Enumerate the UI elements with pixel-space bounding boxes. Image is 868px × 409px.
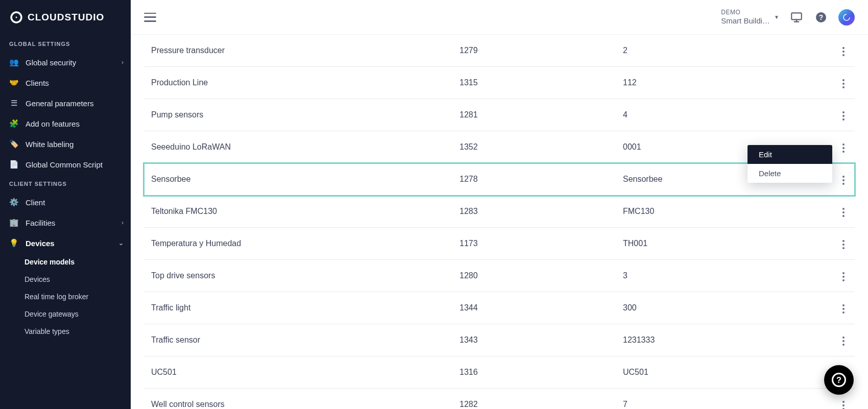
sidebar-item-general-parameters[interactable]: ☰ General parameters <box>0 93 131 113</box>
sidebar-item-clients[interactable]: 🤝 Clients <box>0 73 131 93</box>
cell-name: Top drive sensors <box>151 271 460 280</box>
caret-down-icon: ▼ <box>774 14 779 20</box>
help-icon: ? <box>815 11 827 23</box>
table-row[interactable]: Traffic sensor13431231333 <box>144 324 855 356</box>
sidebar-sub-variable-types[interactable]: Variable types <box>0 323 131 340</box>
help-fab[interactable]: ? <box>824 365 854 395</box>
sidebar: CLOUDSTUDIO GLOBAL SETTINGS 👥 Global sec… <box>0 0 131 409</box>
sidebar-sub-log-broker[interactable]: Real time log broker <box>0 288 131 305</box>
table-row[interactable]: Well control sensors12827 <box>144 389 855 409</box>
cell-actions <box>817 106 848 124</box>
sidebar-sub-devices[interactable]: Devices <box>0 271 131 288</box>
gear-icon: ⚙️ <box>9 198 18 207</box>
brand-logo[interactable]: CLOUDSTUDIO <box>0 0 131 35</box>
cell-actions <box>817 74 848 91</box>
row-actions-kebab[interactable] <box>839 173 848 188</box>
swirl-icon <box>842 13 851 22</box>
table-row[interactable]: Top drive sensors12803 <box>144 260 855 292</box>
script-icon: 📄 <box>9 160 18 169</box>
sidebar-item-addon-features[interactable]: 🧩 Add on features <box>0 113 131 134</box>
table-row[interactable]: Teltonika FMC1301283FMC130 <box>144 196 855 228</box>
cell-name: Temperatura y Humedad <box>151 239 460 248</box>
sidebar-item-label: General parameters <box>26 99 93 108</box>
row-actions-kebab[interactable] <box>839 301 848 317</box>
sidebar-item-label: Clients <box>26 79 49 87</box>
row-actions-kebab[interactable] <box>839 237 848 252</box>
row-actions-kebab[interactable] <box>839 398 848 409</box>
sidebar-item-label: Devices <box>26 239 55 248</box>
sidebar-item-client[interactable]: ⚙️ Client <box>0 192 131 212</box>
profile-avatar[interactable] <box>838 9 855 26</box>
row-actions-kebab[interactable] <box>839 108 848 124</box>
table-row[interactable]: Temperatura y Humedad1173TH001 <box>144 228 855 260</box>
cell-name: Pressure transducer <box>151 46 460 55</box>
display-button[interactable] <box>789 10 804 25</box>
handshake-icon: 🤝 <box>9 78 18 87</box>
sidebar-item-label: Add on features <box>26 119 80 128</box>
sidebar-item-common-script[interactable]: 📄 Global Common Script <box>0 154 131 175</box>
row-actions-kebab[interactable] <box>839 269 848 284</box>
cell-id: 1343 <box>460 335 623 345</box>
cell-id: 1278 <box>460 175 623 184</box>
menu-item-edit[interactable]: Edit <box>748 145 832 164</box>
chevron-right-icon: › <box>122 59 124 66</box>
chevron-down-icon: ⌄ <box>118 239 124 247</box>
menu-item-delete[interactable]: Delete <box>748 164 832 183</box>
chevron-right-icon: › <box>122 219 124 226</box>
svg-text:?: ? <box>819 13 824 21</box>
cell-name: Seeeduino LoRaWAN <box>151 142 460 152</box>
help-button[interactable]: ? <box>814 10 828 25</box>
row-actions-kebab[interactable] <box>839 205 848 220</box>
cell-id: 1316 <box>460 368 623 377</box>
cell-name: Sensorbee <box>151 175 460 184</box>
cell-name: Traffic light <box>151 303 460 312</box>
cell-id: 1344 <box>460 303 623 312</box>
row-actions-kebab[interactable] <box>839 76 848 91</box>
device-models-table: Pressure transducer12792Production Line1… <box>144 35 855 409</box>
sidebar-section-global: GLOBAL SETTINGS <box>0 35 131 52</box>
topbar: DEMO Smart Buildi… ▼ ? <box>131 0 868 35</box>
cell-actions <box>817 267 848 284</box>
sidebar-item-label: Facilities <box>26 219 55 227</box>
tag-icon: 🏷️ <box>9 139 18 149</box>
table-row[interactable]: UC5011316UC501 <box>144 356 855 389</box>
cell-code: 4 <box>623 110 817 119</box>
sidebar-item-global-security[interactable]: 👥 Global security › <box>0 52 131 73</box>
sidebar-item-label: Client <box>26 198 45 207</box>
cell-code: 112 <box>623 78 817 87</box>
svg-text:?: ? <box>836 375 841 384</box>
help-circle-icon: ? <box>831 372 847 388</box>
cell-id: 1282 <box>460 400 623 409</box>
sidebar-item-devices[interactable]: 💡 Devices ⌄ <box>0 233 131 253</box>
cell-code: 2 <box>623 46 817 55</box>
sidebar-item-facilities[interactable]: 🏢 Facilities › <box>0 212 131 233</box>
sidebar-sub-device-models[interactable]: Device models <box>0 253 131 271</box>
sliders-icon: ☰ <box>9 99 18 108</box>
sidebar-sub-gateways[interactable]: Device gateways <box>0 305 131 323</box>
table-row[interactable]: Pressure transducer12792 <box>144 35 855 67</box>
cell-name: Teltonika FMC130 <box>151 207 460 216</box>
cell-actions <box>817 299 848 317</box>
cell-actions <box>817 331 848 349</box>
brand-name: CLOUDSTUDIO <box>28 12 104 23</box>
cell-id: 1315 <box>460 78 623 87</box>
row-actions-kebab[interactable] <box>839 333 848 349</box>
cell-id: 1280 <box>460 271 623 280</box>
row-actions-kebab[interactable] <box>839 44 848 59</box>
main: DEMO Smart Buildi… ▼ ? Pressure transduc… <box>131 0 868 409</box>
cell-name: Traffic sensor <box>151 335 460 345</box>
env-label: DEMO <box>721 9 770 16</box>
env-location: Smart Buildi… <box>721 16 770 26</box>
table-row[interactable]: Production Line1315112 <box>144 67 855 99</box>
sidebar-item-white-labeling[interactable]: 🏷️ White labeling <box>0 134 131 154</box>
environment-selector[interactable]: DEMO Smart Buildi… ▼ <box>721 9 779 25</box>
table-row[interactable]: Traffic light1344300 <box>144 292 855 324</box>
cell-code: UC501 <box>623 368 817 377</box>
monitor-icon <box>790 11 803 24</box>
cell-name: UC501 <box>151 368 460 377</box>
sidebar-toggle[interactable] <box>144 13 156 22</box>
cell-actions <box>817 42 848 59</box>
table-row[interactable]: Pump sensors12814 <box>144 99 855 131</box>
row-actions-kebab[interactable] <box>839 140 848 156</box>
sidebar-section-client: CLIENT SETTINGS <box>0 175 131 192</box>
